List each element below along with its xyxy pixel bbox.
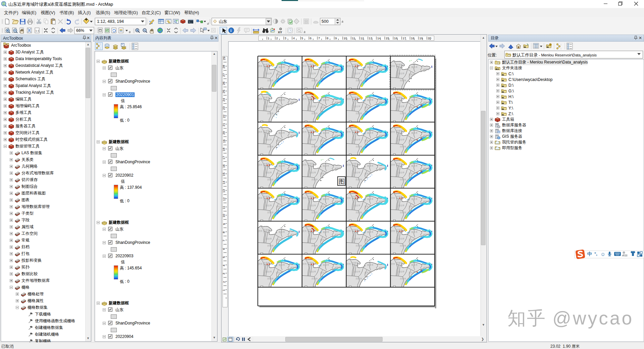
svg-text:中: 中 xyxy=(587,251,592,257)
svg-text::: : xyxy=(561,47,561,50)
svg-text:1:1: 1:1 xyxy=(36,29,40,32)
svg-text:°,: °, xyxy=(594,251,597,256)
svg-text::: : xyxy=(561,43,561,46)
svg-text:山东: 山东 xyxy=(219,19,227,24)
svg-text:1:12, 483, 194: 1:12, 483, 194 xyxy=(97,19,124,24)
svg-text::: : xyxy=(100,47,101,49)
svg-text:500: 500 xyxy=(321,19,329,24)
svg-text:☺: ☺ xyxy=(600,251,605,257)
svg-text:66%: 66% xyxy=(76,28,84,33)
svg-text:>_: >_ xyxy=(189,20,192,24)
svg-text:图: 图 xyxy=(339,178,345,185)
svg-text:XY: XY xyxy=(278,30,282,34)
svg-text::: : xyxy=(100,43,101,45)
svg-text:19: 19 xyxy=(625,254,628,257)
